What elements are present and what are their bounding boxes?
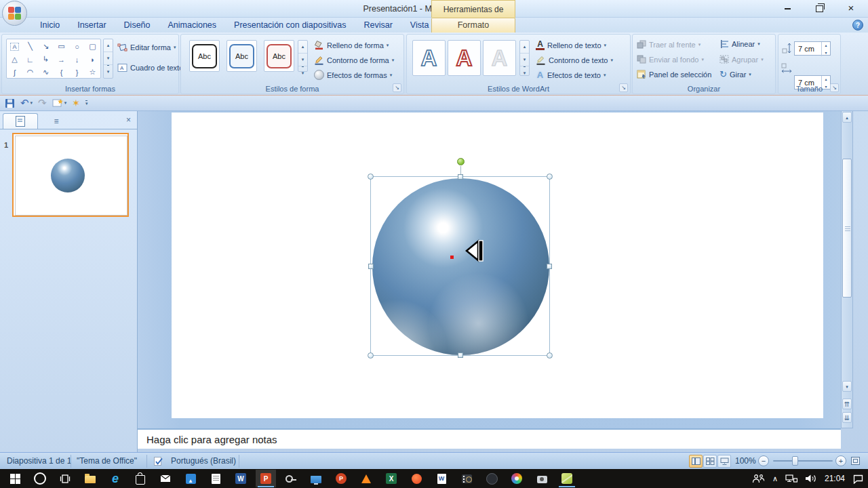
spin-up-icon[interactable]: ▴: [822, 42, 830, 49]
text-effects-button[interactable]: A Efectos de texto ▾: [536, 70, 606, 80]
customize-qat-button[interactable]: ▾: [85, 100, 88, 106]
shape-style-2[interactable]: Abc: [226, 40, 257, 72]
shape-arrow-icon[interactable]: ↘: [43, 42, 49, 51]
text-box-button[interactable]: A Cuadro de texto: [117, 63, 183, 73]
rotate-button[interactable]: ↻ Girar ▾: [719, 70, 751, 79]
shape-curve-icon[interactable]: ∿: [43, 68, 49, 77]
text-fill-button[interactable]: A Relleno de texto ▾: [536, 40, 606, 50]
cortana-button[interactable]: [30, 470, 50, 487]
scroll-down-button[interactable]: ▾: [842, 381, 852, 392]
gallery-scroll-up-icon[interactable]: ▴: [298, 41, 307, 54]
clock[interactable]: 21:04: [825, 474, 845, 483]
wordart-style-3[interactable]: A: [483, 40, 516, 76]
notes-panel[interactable]: Haga clic para agregar notas: [138, 428, 841, 449]
scroll-up-button[interactable]: ▴: [842, 112, 852, 123]
people-icon[interactable]: [751, 474, 765, 483]
tab-presentacion[interactable]: Presentación con diapositivas: [225, 18, 355, 33]
vlc-button[interactable]: [356, 470, 376, 487]
rotation-handle[interactable]: [457, 158, 465, 165]
scrollbar-thumb[interactable]: [842, 159, 852, 298]
gallery-scroll-up-icon[interactable]: ▴: [104, 39, 113, 52]
wordart-style-1[interactable]: A: [412, 40, 446, 76]
tab-outline[interactable]: ≡: [39, 113, 74, 129]
align-button[interactable]: Alinear ▾: [719, 40, 760, 48]
camera-app-button[interactable]: [532, 470, 552, 487]
shape-selection-box[interactable]: [370, 176, 550, 356]
shape-scribble-icon[interactable]: ʃ: [14, 68, 15, 77]
resize-handle-nw[interactable]: [368, 174, 374, 180]
action-center-icon[interactable]: [852, 474, 864, 484]
word-legacy-button[interactable]: W: [431, 470, 452, 487]
height-spinner[interactable]: ▴▾: [821, 42, 830, 56]
shape-right-brace-icon[interactable]: }: [76, 68, 79, 77]
powerpoint-button-active[interactable]: P: [256, 470, 276, 487]
shape-triangle-icon[interactable]: △: [12, 55, 17, 64]
network-icon[interactable]: [785, 474, 797, 483]
redo-button[interactable]: ↷: [38, 97, 47, 109]
nature-app-button[interactable]: [557, 470, 577, 487]
chevron-down-icon[interactable]: ▾: [31, 100, 33, 106]
tab-inicio[interactable]: Inicio: [31, 18, 68, 33]
tab-revisar[interactable]: Revisar: [355, 18, 401, 33]
photos-button[interactable]: ▲: [180, 470, 201, 487]
spellcheck-icon[interactable]: [153, 456, 163, 466]
shape-textbox-icon[interactable]: A: [10, 43, 18, 51]
group-button[interactable]: Agrupar ▾: [719, 55, 764, 64]
office-button[interactable]: [2, 1, 27, 26]
slide-editor-area[interactable]: [138, 111, 841, 428]
next-slide-button[interactable]: ⇊: [842, 412, 852, 423]
edit-shape-button[interactable]: Editar forma ▾: [117, 43, 176, 52]
system-tool-button[interactable]: [281, 470, 301, 487]
gallery-more-icon[interactable]: ▾: [520, 66, 529, 79]
shape-right-arrow-icon[interactable]: →: [58, 56, 65, 64]
file-explorer-button[interactable]: [80, 470, 100, 487]
tab-diseno[interactable]: Diseño: [115, 18, 159, 33]
selection-pane-button[interactable]: Panel de selección: [637, 70, 711, 79]
help-icon[interactable]: ?: [852, 20, 863, 30]
shape-freeform-icon[interactable]: ◗: [90, 56, 95, 64]
close-button[interactable]: ×: [841, 3, 861, 15]
fit-to-window-icon[interactable]: [850, 456, 861, 466]
hand-app-button[interactable]: [406, 470, 427, 487]
display-settings-button[interactable]: [306, 470, 326, 487]
spin-down-icon[interactable]: ▾: [822, 49, 830, 57]
tab-slides-thumbnails[interactable]: [3, 113, 38, 129]
gallery-more-icon[interactable]: ▾: [298, 66, 307, 79]
shape-arc-icon[interactable]: ◠: [27, 68, 34, 77]
task-view-button[interactable]: [55, 470, 75, 487]
slide-sorter-view-button[interactable]: [703, 455, 717, 468]
shape-style-1[interactable]: Abc: [189, 40, 220, 72]
mail-button[interactable]: [155, 470, 176, 487]
send-to-back-button[interactable]: Enviar al fondo ▾: [637, 55, 704, 64]
tray-expand-icon[interactable]: ∧: [772, 474, 778, 483]
zoom-in-button[interactable]: +: [835, 455, 846, 466]
notepad-button[interactable]: [205, 470, 226, 487]
spin-up-icon[interactable]: ▴: [822, 76, 830, 83]
wordart-dialog-launcher[interactable]: ↘: [619, 83, 628, 92]
tab-formato-active[interactable]: Formato: [431, 18, 515, 33]
slide-thumbnail[interactable]: [12, 133, 129, 217]
powerpoint-viewer-button[interactable]: P: [331, 470, 351, 487]
gallery-scroll-down-icon[interactable]: ▾: [298, 54, 307, 66]
format-painter-button[interactable]: ✶: [72, 98, 80, 108]
size-dialog-launcher[interactable]: ↘: [830, 83, 839, 92]
shape-rectangle-icon[interactable]: ▭: [58, 42, 64, 51]
resize-handle-n[interactable]: [458, 174, 463, 180]
text-outline-button[interactable]: Contorno de texto ▾: [536, 55, 613, 65]
zoom-level[interactable]: 100%: [735, 453, 756, 470]
slideshow-view-button[interactable]: [717, 455, 731, 468]
shape-star-icon[interactable]: ☆: [90, 68, 96, 77]
shape-outline-button[interactable]: Contorno de forma ▾: [314, 55, 394, 65]
bring-to-front-button[interactable]: Traer al frente ▾: [637, 40, 701, 49]
theme-name[interactable]: "Tema de Office": [77, 453, 137, 470]
zoom-out-button[interactable]: −: [758, 455, 769, 466]
excel-button[interactable]: X: [381, 470, 401, 487]
dark-app-button[interactable]: [481, 470, 502, 487]
shape-down-arrow-icon[interactable]: ↓: [75, 56, 79, 64]
edge-button[interactable]: e: [105, 470, 125, 487]
restore-button[interactable]: [809, 4, 829, 16]
shape-styles-dialog-launcher[interactable]: ↘: [393, 83, 401, 92]
store-button[interactable]: [130, 470, 151, 487]
shape-rounded-rectangle-icon[interactable]: ▢: [89, 42, 96, 51]
minimize-button[interactable]: [777, 3, 797, 15]
